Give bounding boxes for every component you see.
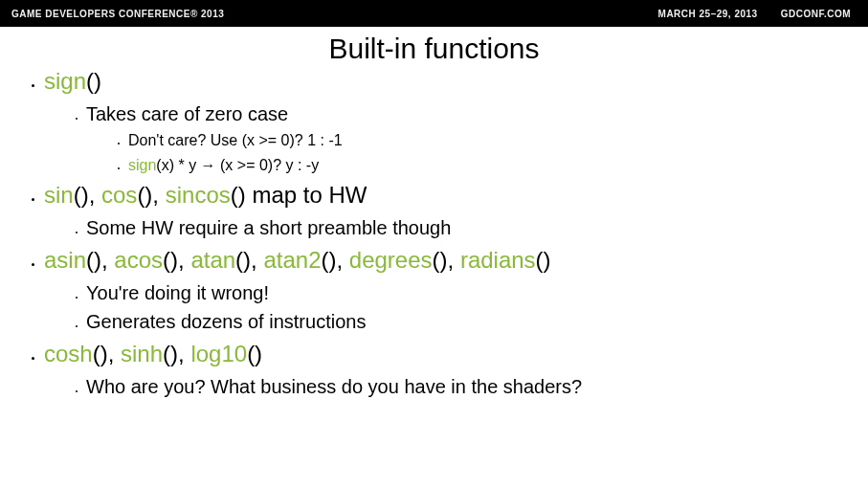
bullet-sign: sign() Takes care of zero case Don't car…	[44, 67, 868, 175]
bullet-trig-hw: sin(), cos(), sincos() map to HW Some HW…	[44, 181, 868, 240]
sign-sub-rewrite: sign(x) * y → (x >= 0)? y : -y	[128, 155, 868, 176]
fn-cosh: cosh	[44, 341, 93, 366]
fn-acos: acos	[114, 247, 163, 273]
slide-title: Built-in functions	[0, 33, 868, 65]
inverse-wrong: You're doing it wrong!	[86, 280, 868, 305]
fn-sin: sin	[44, 182, 74, 208]
fn-sign: sign	[44, 68, 86, 94]
fn-sinh: sinh	[121, 341, 163, 366]
header-site: GDCONF.COM	[781, 9, 851, 19]
bullet-list: sign() Takes care of zero case Don't car…	[23, 67, 868, 399]
inverse-dozens: Generates dozens of instructions	[86, 309, 868, 334]
fn-radians: radians	[460, 247, 536, 273]
slide-header: GAME DEVELOPERS CONFERENCE® 2013 MARCH 2…	[0, 0, 868, 27]
slide-body: Built-in functions sign() Takes care of …	[0, 27, 868, 399]
fn-atan: atan	[190, 247, 235, 273]
trig-preamble: Some HW require a short preamble though	[86, 215, 868, 240]
sign-sub-zero: Takes care of zero case	[86, 101, 868, 126]
hyperbolic-who: Who are you? What business do you have i…	[86, 374, 868, 399]
fn-cos: cos	[101, 182, 137, 208]
fn-asin: asin	[44, 247, 86, 273]
header-date: MARCH 25–29, 2013	[658, 9, 758, 19]
bullet-hyperbolic: cosh(), sinh(), log10() Who are you? Wha…	[44, 340, 868, 399]
fn-atan2: atan2	[263, 247, 321, 273]
header-conference: GAME DEVELOPERS CONFERENCE® 2013	[11, 9, 224, 19]
header-right: MARCH 25–29, 2013 GDCONF.COM	[658, 9, 851, 19]
fn-log10: log10	[190, 341, 247, 366]
fn-sincos: sincos	[166, 182, 231, 208]
bullet-inverse-trig: asin(), acos(), atan(), atan2(), degrees…	[44, 246, 868, 334]
sign-sub-dontcare: Don't care? Use (x >= 0)? 1 : -1	[128, 130, 868, 151]
fn-degrees: degrees	[349, 247, 433, 273]
